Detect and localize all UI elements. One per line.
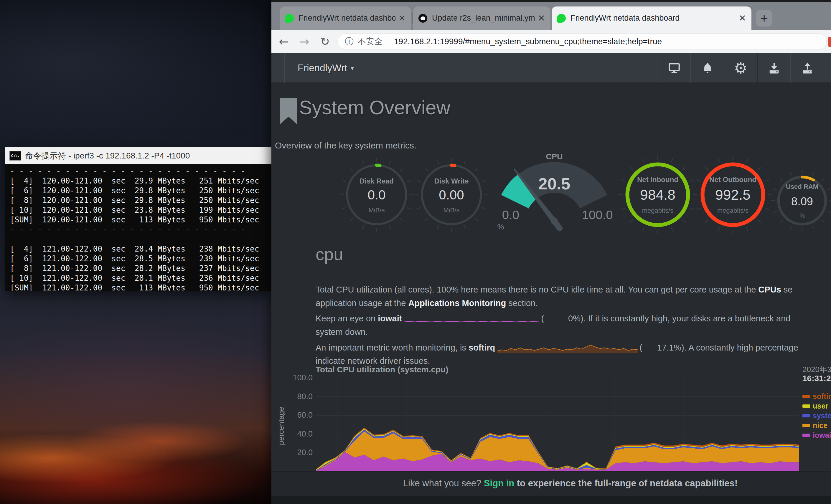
description-text: application usage at the bbox=[316, 298, 408, 308]
tab-github[interactable]: Update r2s_lean_minimal.yml · k ✕ bbox=[413, 6, 550, 30]
description-line: Keep an eye on iowait(0%). If it is cons… bbox=[316, 314, 790, 323]
terminal-window[interactable]: C:\. 命令提示符 - iperf3 -c 192.168.1.2 -P4 -… bbox=[5, 147, 271, 291]
security-label: 不安全 bbox=[358, 36, 382, 47]
description-text: ( bbox=[639, 343, 642, 352]
y-tick-label: 40.0 bbox=[283, 429, 313, 439]
cpu-gauge-max: 100.0 bbox=[582, 208, 613, 222]
github-favicon bbox=[419, 14, 427, 23]
site-info-icon[interactable]: ⓘ bbox=[345, 36, 354, 48]
description-text: indicate network driver issues. bbox=[316, 356, 430, 365]
chart-title: Total CPU utilization (system.cpu) bbox=[316, 365, 449, 375]
tab-strip: FriendlyWrt netdata dashboard ✕ Update r… bbox=[271, 0, 831, 30]
iowait-term: iowait bbox=[378, 314, 402, 323]
description-text: system down. bbox=[316, 327, 368, 337]
page-title: System Overview bbox=[299, 96, 450, 119]
cpu-gauge-min: 0.0 bbox=[502, 208, 519, 222]
legend-swatch bbox=[802, 414, 810, 417]
gauge-label: Disk Read bbox=[360, 177, 394, 185]
forward-button[interactable]: → bbox=[297, 34, 312, 49]
iowait-sparkline[interactable] bbox=[404, 316, 539, 323]
display-settings-button[interactable] bbox=[657, 53, 691, 83]
description-line: indicate network driver issues. bbox=[316, 356, 430, 366]
bookmark-icon bbox=[280, 98, 297, 124]
import-snapshot-button[interactable] bbox=[757, 53, 791, 83]
description-text: section. bbox=[506, 298, 538, 308]
settings-button[interactable]: ⚙ bbox=[724, 53, 757, 83]
disk-write-gauge[interactable]: Disk Write 0.00 MiB/s bbox=[413, 156, 490, 233]
host-name: FriendlyWrt bbox=[297, 62, 347, 73]
cmd-icon: C:\. bbox=[9, 151, 21, 160]
upload-icon bbox=[800, 61, 815, 75]
new-tab-button[interactable]: + bbox=[756, 10, 772, 27]
description-text: A constantly high percentage bbox=[687, 343, 798, 352]
url-text[interactable]: 192.168.2.1:19999/#menu_system_submenu_c… bbox=[394, 37, 662, 46]
export-snapshot-button[interactable] bbox=[790, 53, 824, 83]
gauge-unit: megabits/s bbox=[717, 207, 748, 214]
description-line: Total CPU utilization (all cores). 100% … bbox=[316, 285, 793, 295]
description-text: ( bbox=[541, 314, 544, 323]
tab-close-icon[interactable]: ✕ bbox=[538, 14, 545, 23]
monitor-icon bbox=[666, 61, 682, 75]
download-icon bbox=[767, 61, 781, 75]
gauge-label: Net Inbound bbox=[637, 176, 678, 183]
softirq-term: softirq bbox=[468, 343, 495, 352]
tab-close-icon[interactable]: ✕ bbox=[739, 14, 746, 23]
tab-title: FriendlyWrt netdata dashboard bbox=[571, 13, 736, 23]
back-button[interactable]: ← bbox=[276, 34, 291, 49]
net-outbound-gauge[interactable]: Net Outbound 992.5 megabits/s bbox=[692, 153, 774, 236]
description-line: application usage at the Applications Mo… bbox=[316, 298, 538, 308]
terminal-titlebar[interactable]: C:\. 命令提示符 - iperf3 -c 192.168.1.2 -P4 -… bbox=[5, 147, 271, 164]
legend-item-system[interactable]: system bbox=[802, 412, 831, 419]
netdata-navbar: FriendlyWrt ▾ ⚙ bbox=[271, 53, 831, 83]
y-tick-label: 80.0 bbox=[283, 392, 313, 401]
legend-item-nice[interactable]: nice bbox=[802, 422, 831, 429]
gauge-unit: megabits/s bbox=[642, 207, 674, 214]
host-selector[interactable]: FriendlyWrt ▾ bbox=[284, 53, 356, 83]
page-bottom-strip bbox=[271, 496, 831, 504]
tab-divider bbox=[412, 12, 412, 24]
used-ram-gauge[interactable]: Used RAM 8.09 % bbox=[770, 168, 831, 233]
gauge-value: 0.00 bbox=[439, 188, 464, 202]
address-divider bbox=[388, 37, 388, 46]
gauge-label: Net Outbound bbox=[709, 176, 756, 183]
signin-post-text: to experience the full-range of netdata … bbox=[514, 478, 738, 488]
legend-item-softirq[interactable]: softirq bbox=[802, 393, 831, 400]
legend-item-iowait[interactable]: iowait bbox=[802, 432, 831, 439]
legend-swatch bbox=[802, 405, 810, 408]
chevron-down-icon: ▾ bbox=[351, 64, 354, 72]
legend-item-user[interactable]: user bbox=[802, 403, 831, 410]
alarms-button[interactable] bbox=[690, 53, 724, 83]
address-bar[interactable]: ⓘ 不安全 192.168.2.1:19999/#menu_system_sub… bbox=[337, 33, 827, 50]
cpu-utilization-chart[interactable] bbox=[316, 378, 799, 472]
tab-netdata-1[interactable]: FriendlyWrt netdata dashboard ✕ bbox=[280, 6, 411, 30]
gauge-unit: MiB/s bbox=[443, 207, 460, 214]
legend-label: user bbox=[813, 402, 828, 410]
sign-in-link[interactable]: Sign in bbox=[484, 478, 514, 488]
signin-pre-text: Like what you see? bbox=[403, 478, 484, 488]
y-tick-label: 100.0 bbox=[283, 373, 313, 382]
softirq-value: 17.1%). bbox=[657, 343, 687, 352]
applications-monitoring-link[interactable]: Applications Monitoring bbox=[408, 298, 506, 308]
softirq-sparkline[interactable] bbox=[497, 343, 638, 354]
legend-swatch bbox=[802, 395, 810, 398]
tab-netdata-active[interactable]: FriendlyWrt netdata dashboard ✕ bbox=[552, 6, 751, 30]
description-text: se bbox=[781, 285, 793, 294]
cpu-gauge-value: 20.5 bbox=[538, 174, 571, 193]
signin-bar: Like what you see? Sign in to experience… bbox=[271, 471, 831, 496]
description-text: Total CPU utilization (all cores). 100% … bbox=[316, 285, 758, 294]
net-inbound-gauge[interactable]: Net Inbound 984.8 megabits/s bbox=[617, 153, 699, 236]
description-text: An important metric worth monitoring, is bbox=[316, 343, 468, 352]
reload-button[interactable]: ↻ bbox=[317, 34, 333, 49]
tab-title: FriendlyWrt netdata dashboard bbox=[298, 13, 396, 23]
disk-read-gauge[interactable]: Disk Read 0.0 MiB/s bbox=[338, 156, 415, 233]
terminal-output[interactable]: - - - - - - - - - - - - - - - - - - - - … bbox=[5, 164, 271, 291]
navbar-button-partial[interactable] bbox=[824, 53, 831, 83]
cpu-gauge[interactable]: 20.5 0.0 100.0 % bbox=[484, 150, 625, 242]
gauge-label: Disk Write bbox=[434, 177, 469, 185]
iowait-value: 0%). bbox=[568, 314, 586, 323]
cpus-link[interactable]: CPUs bbox=[758, 285, 781, 294]
y-tick-label: 20.0 bbox=[283, 448, 313, 457]
tab-close-icon[interactable]: ✕ bbox=[398, 14, 406, 23]
legend-label: system bbox=[813, 412, 831, 420]
extension-icon[interactable] bbox=[828, 37, 831, 47]
